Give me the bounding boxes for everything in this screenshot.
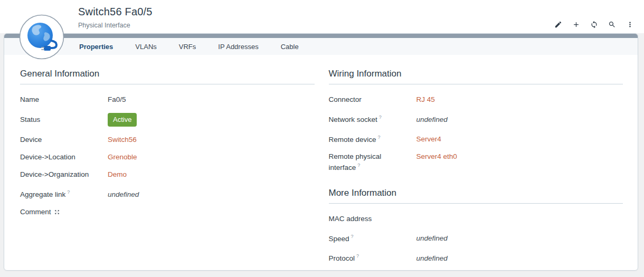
field-row-speed: Speed? undefined bbox=[329, 232, 623, 243]
field-label: Speed bbox=[329, 234, 349, 242]
interface-avatar bbox=[19, 14, 64, 60]
help-marker-icon[interactable]: ? bbox=[379, 114, 382, 120]
action-toolbar bbox=[554, 20, 634, 29]
general-information-section: General Information Name Fa0/5 Status Ac… bbox=[20, 69, 315, 272]
field-row-network-socket: Network socket? undefined bbox=[329, 113, 623, 124]
field-row-mac-address: MAC address bbox=[329, 215, 623, 223]
field-row-connector: Connector RJ 45 bbox=[329, 95, 623, 104]
remote-interface-link[interactable]: Server4 eth0 bbox=[416, 152, 457, 161]
help-marker-icon[interactable]: ? bbox=[356, 253, 359, 259]
refresh-button[interactable] bbox=[590, 20, 599, 29]
organization-link[interactable]: Demo bbox=[108, 170, 127, 179]
field-label: Remote physical interface bbox=[329, 152, 382, 171]
section-heading-wiring: Wiring Information bbox=[329, 69, 623, 84]
plus-icon bbox=[572, 21, 580, 28]
help-marker-icon[interactable]: ? bbox=[351, 234, 354, 239]
page-subtitle: Physical Interface bbox=[78, 22, 153, 29]
field-row-remote-device: Remote device? Server4 bbox=[329, 133, 623, 144]
field-label: Name bbox=[20, 95, 99, 104]
edit-button[interactable] bbox=[554, 20, 563, 29]
tab-ip-addresses[interactable]: IP Addresses bbox=[218, 43, 258, 51]
pencil-icon bbox=[554, 21, 562, 28]
properties-panel: General Information Name Fa0/5 Status Ac… bbox=[4, 55, 638, 272]
connector-link[interactable]: RJ 45 bbox=[416, 95, 435, 104]
section-heading-more: More Information bbox=[329, 188, 623, 204]
field-row-name: Name Fa0/5 bbox=[20, 95, 315, 104]
field-row-protocol: Protocol? undefined bbox=[329, 252, 623, 263]
field-row-device-organization: Device->Organization Demo bbox=[20, 170, 315, 179]
expand-comment-icon[interactable] bbox=[54, 208, 60, 216]
field-label: Status bbox=[20, 116, 99, 124]
more-information-section: More Information MAC address Speed? unde… bbox=[329, 188, 623, 263]
help-marker-icon[interactable]: ? bbox=[357, 163, 360, 168]
field-label: Protocol bbox=[329, 254, 355, 262]
field-value-undefined: undefined bbox=[416, 254, 448, 263]
field-label: MAC address bbox=[329, 215, 408, 223]
field-value-undefined: undefined bbox=[416, 234, 448, 243]
title-block: Switch56 Fa0/5 Physical Interface bbox=[78, 6, 153, 29]
globe-plug-icon bbox=[19, 14, 64, 60]
tab-vrfs[interactable]: VRFs bbox=[179, 43, 196, 51]
help-marker-icon[interactable]: ? bbox=[67, 189, 70, 195]
tab-cable[interactable]: Cable bbox=[281, 43, 299, 51]
search-icon bbox=[608, 21, 616, 28]
detail-card: Properties VLANs VRFs IP Addresses Cable… bbox=[4, 33, 638, 271]
page-header: Switch56 Fa0/5 Physical Interface bbox=[0, 0, 644, 33]
field-row-device-location: Device->Location Grenoble bbox=[20, 153, 315, 161]
field-row-remote-physical-interface: Remote physical interface? Server4 eth0 bbox=[329, 152, 623, 172]
refresh-icon bbox=[590, 21, 598, 28]
field-label: Network socket bbox=[329, 116, 377, 123]
help-marker-icon[interactable]: ? bbox=[378, 135, 381, 140]
field-value: Fa0/5 bbox=[108, 95, 126, 104]
field-label: Connector bbox=[329, 95, 408, 104]
section-heading-general: General Information bbox=[20, 69, 315, 84]
field-label: Device->Organization bbox=[20, 170, 99, 179]
more-menu-button[interactable] bbox=[626, 20, 634, 29]
tab-bar: Properties VLANs VRFs IP Addresses Cable bbox=[4, 38, 638, 55]
field-label: Device bbox=[20, 136, 99, 144]
field-label: Remote device bbox=[329, 135, 376, 143]
wiring-information-section: Wiring Information Connector RJ 45 Netwo… bbox=[329, 69, 623, 172]
field-row-device: Device Switch56 bbox=[20, 136, 315, 144]
add-button[interactable] bbox=[572, 20, 581, 29]
field-row-status: Status Active bbox=[20, 113, 315, 127]
field-value-undefined: undefined bbox=[416, 116, 448, 124]
card-top-bar bbox=[4, 34, 638, 38]
field-value-undefined: undefined bbox=[108, 190, 139, 199]
kebab-menu-icon bbox=[626, 21, 634, 28]
remote-device-link[interactable]: Server4 bbox=[416, 135, 441, 144]
device-link[interactable]: Switch56 bbox=[108, 136, 137, 144]
field-label: Comment bbox=[20, 208, 51, 216]
tab-vlans[interactable]: VLANs bbox=[135, 43, 156, 51]
status-badge: Active bbox=[108, 113, 137, 127]
field-row-aggregate-link: Aggregate link? undefined bbox=[20, 188, 315, 199]
field-row-comment: Comment bbox=[20, 208, 315, 216]
location-link[interactable]: Grenoble bbox=[108, 153, 137, 161]
page-title: Switch56 Fa0/5 bbox=[78, 6, 153, 18]
search-button[interactable] bbox=[608, 20, 617, 29]
field-label: Device->Location bbox=[20, 153, 99, 161]
field-label: Aggregate link bbox=[20, 190, 65, 198]
tab-properties[interactable]: Properties bbox=[79, 43, 113, 51]
